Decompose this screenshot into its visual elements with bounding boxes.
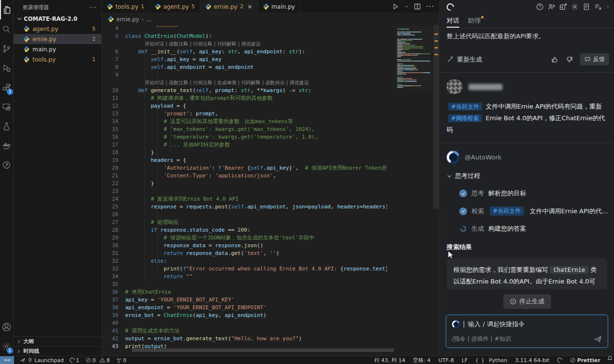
close-icon[interactable]: ×	[247, 3, 253, 10]
notes-icon[interactable]	[582, 3, 590, 11]
regenerate-button[interactable]: 重新生成	[457, 55, 482, 64]
layout-icon[interactable]	[559, 3, 567, 11]
live-share-icon[interactable]	[0, 155, 14, 174]
editor-more-icon[interactable]: ···	[426, 2, 435, 11]
remote-explorer-icon[interactable]	[0, 97, 14, 116]
launchpad-item[interactable]: Launchpad	[20, 357, 64, 364]
search-icon[interactable]	[0, 19, 14, 39]
indentation[interactable]: 空格: 4	[413, 357, 431, 364]
timeline-section[interactable]: 时间线	[14, 346, 101, 356]
horizontal-scrollbar[interactable]	[132, 348, 394, 352]
code-line-34: 34 return ""	[102, 273, 439, 281]
python-file-icon	[23, 46, 30, 52]
code-line-10: 10 def generate_text(self, prompt: str, …	[102, 87, 439, 95]
code-line-29: 29 # 假设响应是一个JSON对象，包含生成的文本在'text'字段中	[102, 234, 439, 242]
search-results-header[interactable]: 搜索结果	[440, 233, 614, 252]
thinking-step-3: 生成构建您的答案	[459, 224, 609, 233]
file-item-agent.py[interactable]: agent.py5	[14, 24, 101, 34]
code-line-8: 8 self.api_endpoint = api_endpoint	[102, 63, 439, 71]
settings-badge: 1	[7, 348, 13, 354]
project-folder-row[interactable]: COMATE-RAG-2.0	[14, 14, 101, 24]
code-line-4: 4	[102, 25, 439, 32]
send-icon[interactable]	[594, 335, 602, 343]
code-line-32: 32 else:	[102, 257, 439, 265]
docker-icon[interactable]	[0, 136, 14, 155]
input-hints: /指令 | @插件 | #知识	[452, 335, 511, 343]
code-line-14: 14 # 这里可以添加其他需要的参数，比如max_tokens等	[102, 118, 439, 126]
explorer-more-icon[interactable]: ···	[90, 4, 97, 11]
invite-user-icon[interactable]	[548, 3, 555, 11]
eol[interactable]: LF	[462, 357, 468, 364]
outline-section[interactable]: 大纲	[14, 336, 101, 346]
spinner-icon	[459, 225, 467, 233]
remote-indicator[interactable]: ><	[0, 356, 14, 364]
code-line-19: 19 headers = {	[102, 157, 439, 164]
clear-chat-icon[interactable]	[594, 3, 602, 11]
minimap[interactable]	[396, 26, 432, 89]
editor-tab-main.py[interactable]: main.py	[258, 0, 301, 13]
notifications-bell-icon[interactable]	[607, 355, 613, 363]
feedback-button[interactable]: 反馈	[580, 53, 609, 65]
python-runtime[interactable]: 3.11.4 64-bit	[515, 357, 549, 364]
test-flask-icon[interactable]	[0, 116, 14, 136]
account-icon[interactable]	[0, 317, 14, 336]
check-icon	[459, 207, 467, 215]
thinking-process-toggle[interactable]: 思考过程	[440, 164, 614, 180]
user-avatar	[447, 79, 463, 94]
split-editor-icon[interactable]	[414, 3, 421, 10]
autowork-name: @AutoWork	[465, 154, 501, 161]
code-line-22: 22 }	[102, 180, 439, 188]
tab-dialogue[interactable]: 对话	[447, 16, 459, 28]
stop-generation-button[interactable]: 停止生成	[503, 294, 551, 309]
explorer-icon[interactable]	[0, 0, 14, 19]
file-item-tools.py[interactable]: tools.py1	[14, 54, 101, 64]
python-file-icon	[205, 3, 211, 10]
breadcrumb[interactable]: ernie.py › ...	[102, 14, 439, 25]
ports-item[interactable]: 0	[116, 357, 127, 364]
source-control-icon[interactable]	[0, 39, 14, 58]
editor-tab-agent.py[interactable]: agent.py5	[150, 0, 200, 13]
code-line-33: 33 print(f"Error occurred when calling E…	[102, 265, 439, 273]
problems-item[interactable]: 0 8	[85, 357, 110, 364]
code-line-18: 18 }	[102, 149, 439, 157]
chat-input-box[interactable]: 输入 / 调起快捷指令 /指令 | @插件 | #知识	[446, 315, 608, 348]
formatter-item[interactable]: Prettier	[570, 357, 600, 364]
thumbs-down-icon[interactable]	[566, 56, 573, 63]
gear-icon[interactable]	[571, 3, 579, 11]
code-line-21: 21 'Content-Type': 'application/json',	[102, 172, 439, 180]
code-line-39: 39ernie_bot = ChatErnie(api_key, api_end…	[102, 312, 439, 319]
help-icon[interactable]	[536, 3, 544, 11]
vertical-scrollbar[interactable]	[433, 25, 439, 348]
code-line-42: 42output = ernie_bot.generate_text("Hell…	[102, 335, 439, 343]
encoding[interactable]: UTF-8	[438, 357, 454, 364]
run-button[interactable]	[392, 3, 399, 10]
run-debug-icon[interactable]	[0, 58, 14, 78]
run-dropdown-icon[interactable]	[404, 3, 409, 10]
language-mode[interactable]: { } Python	[475, 357, 507, 364]
status-bar: >< Launchpad 1 0 8 0 行 43, 列 14 空格: 4 UT…	[0, 356, 614, 364]
code-line-17: 17 # ... 其他API特定的参数	[102, 141, 439, 149]
mouse-cursor	[448, 251, 455, 259]
codelens-actions[interactable]: 开始对话 | 函数注释 | 行间注释 | 生成单测 | 代码解释 | 函数拆分 …	[102, 79, 439, 87]
tab-assistant[interactable]: 助理	[468, 16, 481, 28]
editor-tab-tools.py[interactable]: tools.py1	[102, 0, 150, 13]
editor-tab-ernie.py[interactable]: ernie.py2×	[200, 0, 258, 13]
cursor-position[interactable]: 行 43, 列 14	[374, 357, 405, 364]
panel-close-chevron-icon[interactable]	[606, 3, 610, 11]
extensions-icon[interactable]: 3	[0, 78, 14, 97]
code-line-13: 13 'prompt': prompt,	[102, 110, 439, 118]
code-line-11: 11 # 构建请求体，通常包括prompt和可能的其他参数	[102, 95, 439, 102]
comate-status-logo[interactable]	[557, 358, 562, 363]
comate-sync-item[interactable]: 1	[70, 357, 80, 364]
file-tree: agent.py5ernie.py2main.pytools.py1	[14, 24, 101, 64]
chevron-down-icon	[16, 16, 22, 22]
thumbs-up-icon[interactable]	[551, 56, 559, 63]
autowork-avatar	[447, 151, 460, 164]
file-item-ernie.py[interactable]: ernie.py2	[14, 34, 101, 44]
thinking-step-2: 检索#当前文件文件中调用Ernie API的代码有问题，重...	[459, 206, 609, 216]
file-item-main.py[interactable]: main.py	[14, 44, 101, 54]
code-editor[interactable]: 45class ChatErnie(ChatModel):开始对话 | 函数注释…	[102, 25, 439, 352]
code-line-38: 38api_endpoint = 'YOUR_ERNIE_BOT_API_END…	[102, 304, 439, 312]
codelens-actions[interactable]: 开始对话 | 函数注释 | 行间注释 | 代码解释 | 调优建议	[102, 40, 439, 48]
settings-gear-icon[interactable]: 1	[0, 336, 14, 356]
